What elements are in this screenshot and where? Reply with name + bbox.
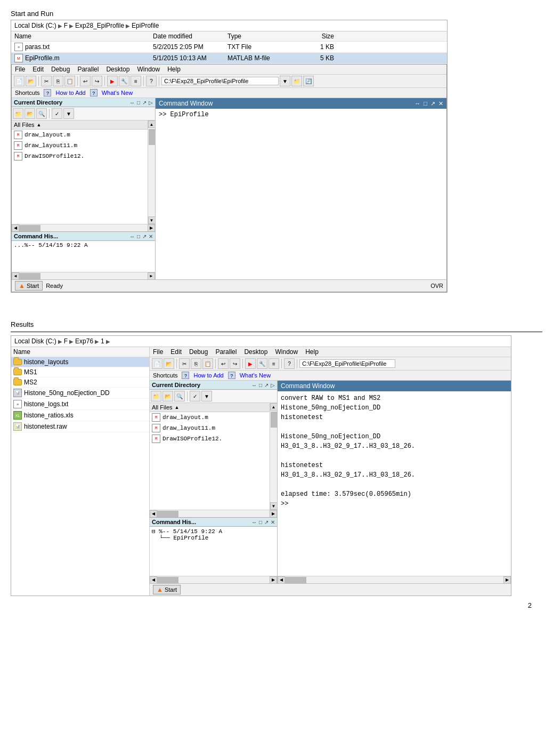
tb-run[interactable]: ▶ (107, 76, 118, 86)
tb-copy[interactable]: ⎘ (53, 76, 63, 86)
panel-ctrl-pin[interactable]: ↔ (129, 100, 135, 106)
tb-undo[interactable]: ↩ (80, 76, 91, 86)
dir-tb-2[interactable]: 📂 (25, 108, 35, 119)
res-panel-ctrl-max[interactable]: □ (259, 382, 262, 388)
res-dir-scrollbar-v[interactable]: ▲ ▼ (270, 403, 277, 510)
res-cw-left[interactable]: ◀ (278, 576, 285, 584)
res-bsb-left[interactable]: ◀ (150, 576, 157, 584)
res-menu-parallel[interactable]: Parallel (215, 348, 237, 356)
res-tb-cut[interactable]: ✂ (179, 358, 190, 369)
res-file-row-3[interactable]: 📊 Histone_50ng_noEjection_DD (11, 388, 149, 399)
sb-h-left[interactable]: ◀ (12, 224, 19, 232)
res-file-row-0[interactable]: histone_layouts (11, 357, 149, 367)
ch-ctrl-max[interactable]: □ (137, 234, 140, 239)
tb-list[interactable]: ≡ (131, 76, 141, 86)
menu-window[interactable]: Window (137, 66, 160, 73)
res-dir-tb-3[interactable]: 🔍 (174, 391, 185, 401)
res-bsb-right[interactable]: ▶ (270, 576, 277, 584)
res-tb-open[interactable]: 📂 (164, 358, 174, 369)
res-ch-max[interactable]: □ (259, 519, 262, 525)
res-ch-float[interactable]: ↗ (264, 519, 269, 525)
res-dir-tb-5[interactable]: ▼ (201, 391, 212, 401)
dir-tb-3[interactable]: 🔍 (36, 108, 47, 119)
res-tb-debug[interactable]: 🔧 (257, 358, 267, 369)
res-whats-new-link[interactable]: What's New (240, 372, 271, 379)
res-bsb-thumb[interactable] (157, 577, 178, 583)
ch-ctrl-float[interactable]: ↗ (142, 234, 147, 239)
dir-tb-5[interactable]: ▼ (63, 108, 74, 119)
ch-ctrl-pin[interactable]: ↔ (129, 234, 135, 239)
res-how-to-add-link[interactable]: How to Add (193, 372, 223, 379)
res-dir-tb-1[interactable]: 📁 (151, 391, 161, 401)
file-row-epiprofile[interactable]: M EpiProfile.m 5/1/2015 10:13 AM MATLAB … (11, 53, 447, 64)
sb-h-right[interactable]: ▶ (148, 224, 155, 232)
dir-scrollbar-v[interactable]: ▲ ▼ (148, 120, 155, 224)
how-to-add-link[interactable]: How to Add (55, 90, 85, 96)
res-tb-undo[interactable]: ↩ (218, 358, 229, 369)
res-tb-run[interactable]: ▶ (245, 358, 256, 369)
cw-ctrl-pin[interactable]: ↔ (414, 100, 420, 107)
res-sb-down[interactable]: ▼ (270, 502, 278, 510)
res-ch-pin[interactable]: ↔ (251, 519, 257, 525)
menu-help[interactable]: Help (167, 66, 181, 73)
res-file-row-4[interactable]: ≡ histone_logs.txt (11, 399, 149, 410)
tb-help[interactable]: ? (146, 76, 157, 86)
ch-scrollbar-h[interactable]: ◀ ▶ (12, 272, 155, 279)
res-file-row-5[interactable]: XL histone_ratios.xls (11, 410, 149, 421)
whats-new-link[interactable]: What's New (102, 90, 133, 96)
tb-redo[interactable]: ↪ (92, 76, 102, 86)
menu-file[interactable]: File (15, 66, 25, 73)
dir-file-2[interactable]: M DrawISOProfile12. (12, 151, 155, 162)
dir-scrollbar-h-start[interactable]: ◀ ▶ (12, 224, 155, 231)
res-dir-file-1[interactable]: M draw_layout11.m (150, 423, 277, 433)
res-cw-right[interactable]: ▶ (503, 576, 511, 584)
res-cw-scrollbar-h[interactable]: ◀ ▶ (278, 576, 511, 583)
res-tb-list[interactable]: ≡ (269, 358, 279, 369)
panel-ctrl-float[interactable]: ↗ (142, 100, 147, 106)
menu-desktop[interactable]: Desktop (106, 66, 129, 73)
start-button-start[interactable]: ▲ Start (15, 281, 43, 291)
res-menu-edit[interactable]: Edit (170, 348, 182, 356)
res-file-row-6[interactable]: 📊 histonetest.raw (11, 421, 149, 432)
res-dir-tb-4[interactable]: ✓ (190, 391, 200, 401)
res-toolbar-path-input[interactable] (299, 359, 395, 368)
res-panel-ctrl-pin[interactable]: ↔ (251, 382, 257, 388)
sb-thumb[interactable] (149, 129, 155, 145)
res-sb-thumb[interactable] (271, 412, 277, 428)
res-ch-close[interactable]: ✕ (271, 519, 275, 525)
res-dir-tb-2[interactable]: 📂 (162, 391, 173, 401)
res-dir-scrollbar-h[interactable]: ◀ ▶ (150, 510, 277, 517)
res-cw-thumb[interactable] (285, 577, 306, 583)
menu-debug[interactable]: Debug (51, 66, 70, 73)
res-menu-desktop[interactable]: Desktop (244, 348, 267, 356)
dir-file-0[interactable]: M draw_layout.m (12, 130, 155, 140)
res-menu-file[interactable]: File (153, 348, 163, 356)
res-tb-help[interactable]: ? (284, 358, 295, 369)
res-file-row-2[interactable]: MS2 (11, 377, 149, 388)
toolbar-path-input[interactable] (161, 77, 279, 85)
panel-ctrl-close[interactable]: ▷ (149, 100, 153, 106)
res-sb-up[interactable]: ▲ (270, 403, 278, 411)
res-sbh-thumb[interactable] (157, 511, 178, 517)
tb-new[interactable]: 📄 (14, 76, 25, 86)
ch-sb-right[interactable]: ▶ (148, 272, 155, 280)
tb-browse[interactable]: ▼ (280, 76, 290, 86)
res-bottom-scrollbar[interactable]: ◀ ▶ (150, 576, 277, 583)
tb-paste[interactable]: 📋 (64, 76, 75, 86)
res-menu-debug[interactable]: Debug (189, 348, 208, 356)
res-sbh-right[interactable]: ▶ (270, 510, 277, 518)
cw-ctrl-close[interactable]: ✕ (438, 100, 443, 107)
res-menu-window[interactable]: Window (275, 348, 298, 356)
cw-ctrl-float[interactable]: ↗ (430, 100, 435, 107)
res-sbh-left[interactable]: ◀ (150, 510, 157, 518)
menu-edit[interactable]: Edit (32, 66, 44, 73)
tb-cut[interactable]: ✂ (41, 76, 52, 86)
tb-debug[interactable]: 🔧 (119, 76, 129, 86)
res-file-row-1[interactable]: MS1 (11, 367, 149, 377)
dir-tb-4[interactable]: ✓ (52, 108, 62, 119)
res-panel-ctrl-float[interactable]: ↗ (264, 382, 269, 388)
ch-sb-thumb[interactable] (19, 273, 40, 279)
res-tb-new[interactable]: 📄 (152, 358, 162, 369)
res-tb-paste[interactable]: 📋 (202, 358, 213, 369)
menu-parallel[interactable]: Parallel (77, 66, 99, 73)
